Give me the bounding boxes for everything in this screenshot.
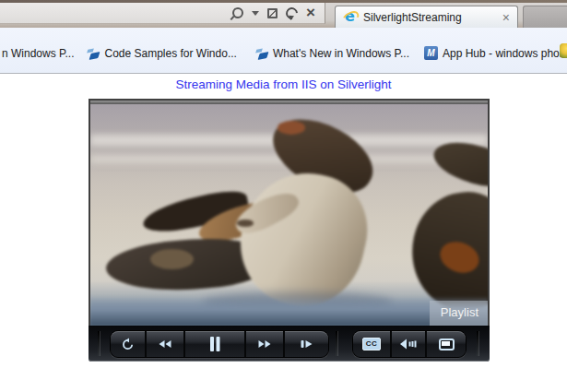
video-surface[interactable]: Playlist — [89, 99, 490, 326]
favorite-label: App Hub - windows phon... — [443, 47, 567, 60]
player-control-bar: CC — [89, 326, 490, 362]
search-icon[interactable] — [232, 7, 243, 18]
tab-title: SilverlightStreaming — [363, 11, 497, 24]
cc-icon: CC — [362, 338, 382, 350]
msdn-icon — [255, 47, 268, 60]
page-heading-link[interactable]: Streaming Media from IIS on Silverlight — [0, 77, 567, 91]
screenshot-root: { "colors": { "link": "#3535ee", "favbar… — [0, 0, 567, 392]
replay-button[interactable] — [111, 331, 145, 357]
transport-controls — [110, 330, 329, 358]
silverlight-player: Playlist — [89, 99, 490, 362]
chevron-down-icon[interactable] — [252, 11, 259, 16]
volume-icon — [399, 338, 418, 350]
favorite-item[interactable]: What's New in Windows P... — [255, 47, 409, 60]
fullscreen-button[interactable] — [427, 331, 466, 357]
fast-forward-button[interactable] — [246, 331, 283, 357]
msdn-icon — [87, 47, 100, 60]
video-top-edge — [90, 101, 488, 104]
browser-tab[interactable]: SilverlightStreaming × — [335, 6, 518, 29]
tab-close-icon[interactable]: × — [502, 11, 510, 24]
stop-icon[interactable] — [306, 6, 315, 20]
new-tab-stub[interactable] — [523, 6, 567, 29]
step-forward-button[interactable] — [285, 331, 328, 357]
favorite-item[interactable]: Code Samples for Windo... — [87, 47, 236, 60]
favorite-item[interactable]: n Windows P... — [2, 47, 74, 60]
favorite-icon-partial[interactable] — [560, 43, 567, 58]
pause-button[interactable] — [185, 331, 244, 357]
closed-captions-button[interactable]: CC — [353, 331, 390, 357]
volume-button[interactable] — [392, 331, 425, 357]
option-controls: CC — [352, 330, 467, 358]
favorite-label: n Windows P... — [2, 47, 74, 60]
address-bar[interactable] — [0, 3, 325, 24]
fullscreen-icon — [439, 339, 455, 350]
rewind-button[interactable] — [147, 331, 183, 357]
browser-toolbar: SilverlightStreaming × — [0, 3, 567, 28]
favorite-label: What's New in Windows P... — [273, 47, 409, 60]
favorite-label: Code Samples for Windo... — [104, 47, 236, 60]
app-hub-icon: M — [424, 46, 438, 60]
ie-favicon-icon — [343, 10, 358, 25]
favorite-item[interactable]: M App Hub - windows phon... — [424, 46, 567, 60]
refresh-icon[interactable] — [283, 5, 300, 21]
divider — [336, 331, 337, 356]
playlist-button[interactable]: Playlist — [430, 301, 488, 326]
video-frame-art — [90, 101, 488, 326]
favorites-bar: n Windows P... Code Samples for Windo...… — [0, 28, 567, 74]
divider — [98, 331, 100, 356]
divider — [477, 331, 478, 356]
compatibility-view-icon[interactable] — [267, 8, 278, 18]
